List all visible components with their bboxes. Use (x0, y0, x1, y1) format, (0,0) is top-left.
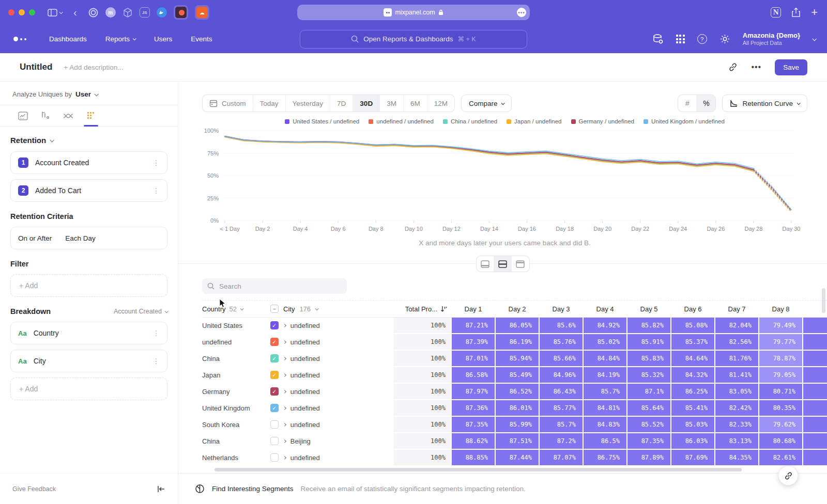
retention-cell[interactable]: 84.32% (671, 367, 714, 383)
retention-cell[interactable]: 85.7% (584, 384, 626, 399)
layout-chart-only-button[interactable] (477, 256, 494, 272)
retention-cell[interactable]: 85.02% (584, 334, 626, 350)
criteria-interval[interactable]: Each Day (65, 234, 96, 242)
retention-cell[interactable]: 84.84% (584, 351, 626, 366)
retention-cell[interactable]: 82.04% (715, 318, 758, 333)
add-filter-button[interactable]: + Add (10, 274, 167, 297)
retention-cell[interactable]: 85.94% (496, 351, 539, 366)
retention-cell[interactable]: 84.92% (584, 318, 626, 333)
retention-cell[interactable]: 86.05% (496, 318, 539, 333)
kebab-menu-icon[interactable]: ⋮ (152, 329, 160, 337)
range-6m[interactable]: 6M (404, 95, 427, 112)
row-checkbox[interactable]: ✓ (270, 387, 279, 396)
row-checkbox[interactable]: ✓ (270, 404, 279, 412)
expand-row-icon[interactable] (283, 389, 286, 393)
table-row[interactable]: undefined✓undefined100%87.39%86.19%85.76… (202, 334, 827, 350)
compare-button[interactable]: Compare (461, 94, 512, 112)
nav-item-reports[interactable]: Reports (105, 35, 135, 43)
retention-cell[interactable]: 80.71% (759, 384, 802, 399)
give-feedback-link[interactable]: Give Feedback (12, 485, 56, 493)
range-30d[interactable]: 30D (353, 95, 380, 112)
range-12m[interactable]: 12M (427, 95, 454, 112)
criteria-condition[interactable]: On or After (18, 234, 52, 242)
address-bar[interactable]: mixpanel.com ••• (297, 5, 530, 20)
table-row[interactable]: Japan✓undefined100%86.58%85.49%84.96%84.… (202, 367, 827, 383)
save-button[interactable]: Save (775, 59, 807, 75)
retention-cell[interactable]: 85.77% (540, 400, 583, 416)
zoom-window-button[interactable] (29, 9, 35, 15)
range-3m[interactable]: 3M (380, 95, 404, 112)
retention-cell[interactable]: 79.62% (759, 417, 802, 432)
retention-cell[interactable]: 87.2% (540, 433, 583, 449)
retention-cell[interactable]: 82.33% (715, 417, 758, 432)
retention-cell[interactable]: 86.75% (584, 450, 626, 465)
percent-format-button[interactable]: % (697, 95, 715, 112)
layout-table-only-button[interactable] (512, 256, 529, 272)
retention-cell[interactable]: 87.69% (671, 450, 714, 465)
table-row[interactable]: ChinaBeijing100%88.62%87.51%87.2%86.5%87… (202, 433, 827, 449)
retention-cell[interactable]: 85.32% (627, 367, 670, 383)
soundcloud-favicon[interactable]: ☁ (195, 5, 209, 20)
bird-favicon[interactable] (157, 7, 167, 18)
retention-cell[interactable]: 84.35% (715, 450, 758, 465)
row-checkbox[interactable]: ✓ (270, 371, 279, 379)
retention-cell[interactable]: 84.81% (584, 400, 626, 416)
column-header-day-5[interactable]: Day 5 (627, 305, 671, 313)
tab-insights[interactable] (11, 105, 34, 126)
retention-cell[interactable]: 87.35% (452, 417, 495, 432)
retention-cell[interactable]: 85.52% (627, 417, 670, 432)
row-checkbox[interactable] (270, 453, 279, 462)
more-menu-icon[interactable]: ••• (751, 62, 761, 72)
kebab-menu-icon[interactable]: ⋮ (152, 357, 160, 365)
retention-criteria-card[interactable]: On or After Each Day (10, 227, 167, 249)
step-card-2[interactable]: 2 Added To Cart ⋮ (10, 179, 167, 202)
retention-cell[interactable]: 81.76% (715, 351, 758, 366)
breakdown-property[interactable]: City (34, 357, 46, 365)
collapse-sidebar-icon[interactable] (157, 485, 165, 493)
retention-cell[interactable]: 85.76% (540, 334, 583, 350)
retention-cell[interactable]: 87.35% (627, 433, 670, 449)
retention-cell[interactable]: 85.49% (496, 367, 539, 383)
retention-cell[interactable]: 81.41% (715, 367, 758, 383)
retention-cell[interactable]: 79.49% (759, 318, 802, 333)
retention-cell[interactable]: 85.99% (496, 417, 539, 432)
retention-cell[interactable]: 86.52% (496, 384, 539, 399)
column-header-day-6[interactable]: Day 6 (671, 305, 715, 313)
add-breakdown-button[interactable]: + Add (10, 377, 167, 400)
minimize-window-button[interactable] (19, 9, 25, 15)
legend-item[interactable]: United Kingdom / undefined (644, 118, 725, 124)
close-window-button[interactable] (8, 9, 14, 15)
retention-cell[interactable]: 85.08% (671, 318, 714, 333)
row-checkbox[interactable]: ✓ (270, 321, 279, 329)
share-link-floating-button[interactable] (778, 466, 798, 485)
breakdown-property[interactable]: Country (34, 329, 59, 337)
legend-item[interactable]: Japan / undefined (507, 118, 561, 124)
row-checkbox[interactable]: ✓ (270, 354, 279, 363)
expand-row-icon[interactable] (283, 439, 286, 443)
expand-row-icon[interactable] (283, 373, 286, 376)
back-icon[interactable]: ‹ (73, 7, 77, 18)
breakdown-card-country[interactable]: Aa Country ⋮ (10, 322, 167, 344)
retention-cell[interactable]: 84.19% (584, 367, 626, 383)
table-row[interactable]: Germany✓undefined100%87.97%86.52%86.43%8… (202, 384, 827, 399)
retention-cell[interactable]: 79.77% (759, 334, 802, 350)
range-today[interactable]: Today (253, 95, 286, 112)
range-yesterday[interactable]: Yesterday (286, 95, 331, 112)
expand-row-icon[interactable] (283, 406, 286, 410)
m-avatar-favicon[interactable]: m (105, 7, 116, 18)
cube-favicon[interactable] (122, 7, 133, 18)
retention-cell[interactable]: 86.03% (671, 433, 714, 449)
select-all-checkbox[interactable]: – (270, 305, 279, 313)
retention-cell[interactable]: 87.39% (452, 334, 495, 350)
nav-item-users[interactable]: Users (154, 35, 172, 43)
column-header-day-8[interactable]: Day 8 (759, 305, 803, 313)
copy-link-icon[interactable] (728, 62, 738, 72)
retention-cell[interactable]: 83.05% (715, 384, 758, 399)
retention-cell[interactable]: 85.66% (540, 351, 583, 366)
row-checkbox[interactable] (270, 420, 279, 429)
layout-split-button[interactable] (494, 256, 512, 272)
nav-item-events[interactable]: Events (191, 35, 212, 43)
table-row[interactable]: United States✓undefined100%87.21%86.05%8… (202, 318, 827, 333)
retention-cell[interactable]: 85.41% (671, 400, 714, 416)
nav-item-dashboards[interactable]: Dashboards (49, 35, 87, 43)
